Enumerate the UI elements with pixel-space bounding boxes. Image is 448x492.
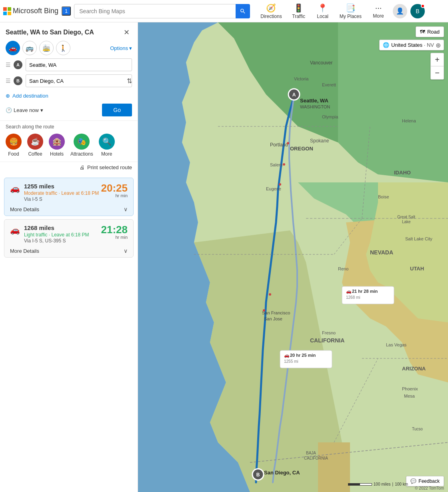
road-label: Road (427, 29, 440, 35)
feedback-label: Feedback (418, 478, 440, 484)
add-destination-button[interactable]: ⊕ Add destination (0, 90, 54, 101)
leave-now-label: Leave now (14, 107, 39, 113)
svg-text:Spokane: Spokane (310, 138, 329, 144)
destination-input[interactable] (26, 74, 132, 87)
microsoft-bing-logo: Microsoft Bing (3, 7, 58, 15)
options-button[interactable]: Options ▾ (110, 45, 132, 51)
traffic-icon: 🚦 (294, 3, 304, 13)
route-card-2[interactable]: 🚗 1268 miles Light traffic · Leave at 6:… (4, 219, 134, 258)
svg-text:San Francisco: San Francisco (262, 310, 290, 315)
more-icon-circle: 🔍 (99, 134, 115, 150)
route-icon-attractions[interactable]: 🎭 Attractions (70, 134, 93, 157)
nav-more[interactable]: ··· More (367, 2, 390, 20)
transport-car-button[interactable]: 🚗 (6, 41, 20, 55)
nav-directions[interactable]: 🧭 Directions (256, 2, 286, 21)
route-icon-more[interactable]: 🔍 More (99, 134, 115, 157)
go-button[interactable]: Go (102, 104, 132, 116)
route-icon-hotels[interactable]: 🏨 Hotels (49, 134, 65, 157)
route-2-chevron-icon: ∨ (124, 248, 128, 254)
leave-now-button[interactable]: 🕐 Leave now ▾ (6, 107, 43, 113)
clock-icon: 🕐 (6, 107, 12, 113)
add-icon: ⊕ (6, 93, 10, 99)
transport-transit-button[interactable]: 🚌 (22, 41, 37, 55)
nav-myplaces[interactable]: 📑 My Places (336, 2, 366, 21)
us-region-dropdown[interactable]: 🌐 United States · NV ◎ (379, 40, 444, 50)
svg-text:San Diego, CA: San Diego, CA (264, 470, 300, 476)
svg-point-45 (287, 142, 289, 144)
route-card-1[interactable]: 🚗 1255 miles Moderate traffic · Leave at… (4, 178, 134, 216)
route-icon-food[interactable]: 🍔 Food (6, 134, 22, 157)
sidebar-header: Seattle, WA to San Diego, CA ✕ (0, 22, 138, 41)
svg-text:Great Salt: Great Salt (397, 215, 415, 219)
globe-icon: 🌐 (383, 42, 389, 48)
svg-text:Salt Lake City: Salt Lake City (405, 236, 432, 241)
zoom-in-button[interactable]: + (431, 53, 444, 66)
hotels-label: Hotels (50, 151, 64, 157)
svg-text:Eugene: Eugene (266, 186, 281, 191)
copyright: © 2022 TomTom (415, 486, 444, 490)
feedback-button[interactable]: 💬 Feedback (406, 476, 444, 486)
svg-point-46 (283, 163, 285, 166)
route-1-more-details[interactable]: More Details ∨ (10, 202, 128, 216)
tab-badge[interactable]: 1 (62, 6, 71, 16)
location-icon: ◎ (436, 42, 440, 48)
leave-go-row: 🕐 Leave now ▾ Go (0, 101, 138, 120)
marker-b: B (14, 76, 22, 85)
search-input[interactable] (74, 4, 250, 18)
nav-traffic-label: Traffic (292, 14, 305, 19)
avatar-button[interactable]: B (410, 4, 425, 18)
transport-bus-button[interactable]: 🚋 (39, 41, 54, 55)
svg-text:San Jose: San Jose (264, 316, 282, 321)
notification-dot (421, 4, 425, 8)
svg-text:Helena: Helena (402, 118, 416, 123)
svg-text:CALIFORNIA: CALIFORNIA (310, 337, 344, 344)
route-1-miles: 1255 miles (24, 183, 99, 190)
drag-handle-b[interactable]: ☰ (6, 78, 12, 84)
drag-handle-a[interactable]: ☰ (6, 62, 12, 68)
profile-area: 👤 B (393, 4, 425, 18)
svg-text:Vancouver: Vancouver (310, 60, 332, 66)
route-1-traffic: Moderate traffic · Leave at 6:18 PM (24, 190, 99, 196)
route-1-more-details-label: More Details (10, 206, 39, 212)
route-2-more-details[interactable]: More Details ∨ (10, 244, 128, 257)
nav-traffic[interactable]: 🚦 Traffic (288, 2, 310, 21)
route-1-chevron-icon: ∨ (124, 206, 128, 212)
close-sidebar-button[interactable]: ✕ (121, 27, 132, 38)
svg-text:OREGON: OREGON (290, 146, 313, 152)
search-button[interactable] (236, 4, 250, 18)
swap-button[interactable]: ⇅ (127, 77, 132, 85)
profile-button[interactable]: 👤 (393, 4, 407, 18)
logo-area: Microsoft Bing 1 (3, 6, 71, 16)
main-layout: Seattle, WA to San Diego, CA ✕ 🚗 🚌 🚋 🚶 O… (0, 22, 448, 492)
route-card-2-header: 🚗 1268 miles Light traffic · Leave at 6:… (10, 224, 128, 244)
nav-local[interactable]: 📍 Local (312, 2, 334, 21)
svg-text:Tucso: Tucso (412, 427, 423, 431)
search-icon (240, 8, 246, 14)
transport-walk-button[interactable]: 🚶 (56, 41, 70, 55)
map-svg: A Seattle, WA WASHINGTON B San Diego, CA… (138, 22, 448, 492)
route-2-via: Via I-5 S, US-395 S (24, 238, 89, 244)
print-row: 🖨 Print selected route (0, 162, 138, 174)
svg-text:1268 mi: 1268 mi (346, 295, 360, 300)
ms-logo-icon (3, 7, 11, 15)
map-area[interactable]: A Seattle, WA WASHINGTON B San Diego, CA… (138, 22, 448, 492)
food-label: Food (8, 151, 19, 157)
search-along-route: Search along the route 🍔 Food ☕ Coffee 🏨… (0, 120, 138, 162)
svg-text:21 hr 28 min: 21 hr 28 min (352, 289, 378, 294)
route-icon-coffee[interactable]: ☕ Coffee (27, 134, 43, 157)
svg-text:1255 mi: 1255 mi (284, 359, 298, 364)
svg-text:Las Vegas: Las Vegas (386, 342, 407, 347)
print-route-button[interactable]: 🖨 Print selected route (80, 164, 132, 170)
svg-text:Portland: Portland (270, 142, 288, 148)
search-route-label: Search along the route (6, 124, 132, 130)
route-2-miles: 1268 miles (24, 224, 89, 231)
zoom-out-button[interactable]: − (431, 66, 444, 79)
origin-input[interactable] (26, 58, 132, 71)
svg-text:IDAHO: IDAHO (394, 170, 411, 176)
svg-text:Fresno: Fresno (322, 330, 336, 335)
search-box-wrap (74, 4, 250, 18)
hotels-icon-circle: 🏨 (49, 134, 65, 150)
destination-row: ☰ B ⇅ (6, 74, 132, 87)
road-view-button[interactable]: 🗺 Road (416, 26, 444, 37)
svg-text:Lake: Lake (402, 220, 411, 224)
